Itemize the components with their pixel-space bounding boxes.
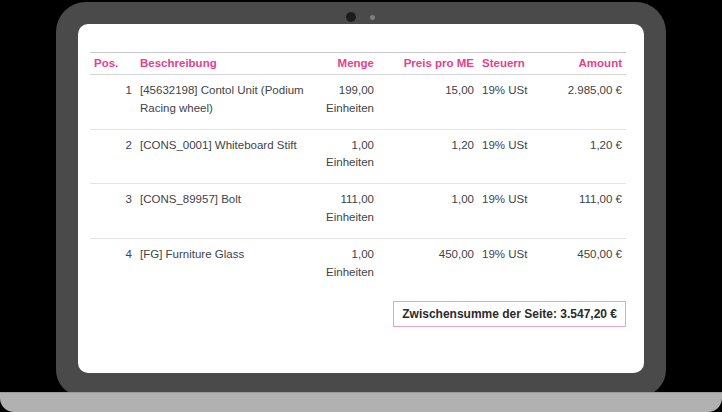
cell-tax: 19% USt <box>478 184 552 239</box>
cell-tax: 19% USt <box>478 75 552 130</box>
column-header-description: Beschreibung <box>136 53 318 75</box>
webcam-icon <box>346 12 356 22</box>
qty-value: 1,00 <box>322 246 374 264</box>
cell-amount: 1,20 € <box>552 129 626 184</box>
subtotal-value: 3.547,20 € <box>560 307 617 321</box>
webcam-led-icon <box>370 15 375 20</box>
cell-price: 15,00 <box>378 75 478 130</box>
column-header-amount: Amount <box>552 53 626 75</box>
table-row: 4 [FG] Furniture Glass 1,00 Einheiten 45… <box>90 238 626 292</box>
table-row: 3 [CONS_89957] Bolt 111,00 Einheiten 1,0… <box>90 184 626 239</box>
invoice-report: Pos. Beschreibung Menge Preis pro ME Ste… <box>78 24 644 327</box>
cell-qty: 1,00 Einheiten <box>318 238 378 292</box>
cell-pos: 3 <box>90 184 136 239</box>
qty-value: 1,00 <box>322 137 374 155</box>
page-subtotal-box: Zwischensumme der Seite: 3.547,20 € <box>393 301 626 327</box>
cell-description: [CONS_89957] Bolt <box>136 184 318 239</box>
table-row: 2 [CONS_0001] Whiteboard Stift 1,00 Einh… <box>90 129 626 184</box>
column-header-tax: Steuern <box>478 53 552 75</box>
cell-price: 1,00 <box>378 184 478 239</box>
cell-price: 450,00 <box>378 238 478 292</box>
cell-description: [FG] Furniture Glass <box>136 238 318 292</box>
qty-value: 111,00 <box>322 191 374 209</box>
qty-unit: Einheiten <box>322 154 374 172</box>
qty-unit: Einheiten <box>322 209 374 227</box>
cell-amount: 111,00 € <box>552 184 626 239</box>
cell-description: [45632198] Contol Unit (Podium Racing wh… <box>136 75 318 130</box>
laptop-screen: Pos. Beschreibung Menge Preis pro ME Ste… <box>78 24 644 373</box>
subtotal-row: Zwischensumme der Seite: 3.547,20 € <box>90 301 626 327</box>
cell-pos: 1 <box>90 75 136 130</box>
qty-value: 199,00 <box>322 82 374 100</box>
column-header-price: Preis pro ME <box>378 53 478 75</box>
subtotal-label: Zwischensumme der Seite: <box>402 307 557 321</box>
cell-amount: 2.985,00 € <box>552 75 626 130</box>
laptop-base <box>0 392 722 412</box>
cell-price: 1,20 <box>378 129 478 184</box>
qty-unit: Einheiten <box>322 264 374 282</box>
cell-pos: 4 <box>90 238 136 292</box>
column-header-qty: Menge <box>318 53 378 75</box>
cell-qty: 199,00 Einheiten <box>318 75 378 130</box>
cell-tax: 19% USt <box>478 238 552 292</box>
cell-amount: 450,00 € <box>552 238 626 292</box>
table-header-row: Pos. Beschreibung Menge Preis pro ME Ste… <box>90 53 626 75</box>
laptop-bezel: Pos. Beschreibung Menge Preis pro ME Ste… <box>56 2 666 396</box>
cell-qty: 1,00 Einheiten <box>318 129 378 184</box>
qty-unit: Einheiten <box>322 100 374 118</box>
column-header-pos: Pos. <box>90 53 136 75</box>
cell-description: [CONS_0001] Whiteboard Stift <box>136 129 318 184</box>
cell-pos: 2 <box>90 129 136 184</box>
invoice-lines-table: Pos. Beschreibung Menge Preis pro ME Ste… <box>90 52 626 293</box>
table-row: 1 [45632198] Contol Unit (Podium Racing … <box>90 75 626 130</box>
cell-qty: 111,00 Einheiten <box>318 184 378 239</box>
cell-tax: 19% USt <box>478 129 552 184</box>
